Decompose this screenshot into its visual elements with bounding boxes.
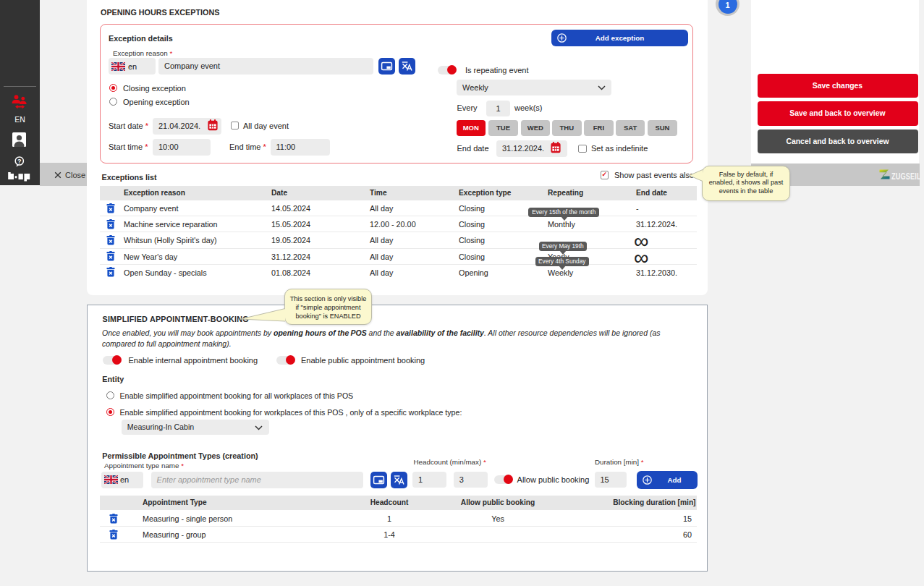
svg-text:?: ? <box>17 158 22 165</box>
